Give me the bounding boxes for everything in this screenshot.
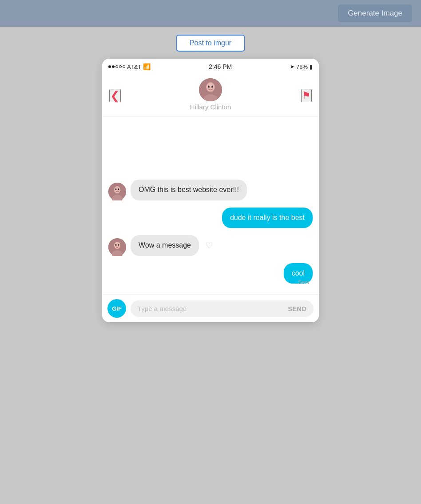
table-row: dude it really is the best [108,208,313,228]
svg-point-7 [114,186,120,193]
phone-mockup: AT&T 📶 2:46 PM ➤ 78% ▮ ❮ [102,59,319,322]
message-input-container[interactable]: Type a message SEND [131,300,314,317]
dot1 [108,65,111,68]
status-left: AT&T 📶 [108,63,151,70]
battery-icon: ▮ [310,64,313,70]
avatar-svg [199,78,222,101]
received-bubble: OMG this is best website ever!!! [131,180,247,200]
heart-icon[interactable]: ♡ [205,240,213,251]
dot2 [112,65,115,68]
top-bar: Generate Image [0,0,421,27]
location-icon: ➤ [290,64,294,70]
svg-point-15 [118,244,119,246]
dot5 [123,65,125,68]
dot4 [119,65,122,68]
post-to-imgur-button[interactable]: Post to imgur [176,35,245,52]
messages-area: OMG this is best website ever!!! dude it… [102,116,319,294]
contact-avatar [199,78,222,101]
svg-point-4 [208,86,210,88]
sent-message-group: cool Sent [108,263,313,285]
sent-bubble: dude it really is the best [222,208,313,228]
flag-button[interactable]: ⚑ [301,89,312,102]
back-button[interactable]: ❮ [109,89,121,102]
signal-dots [108,65,125,68]
svg-point-9 [115,188,117,190]
imgur-area: Post to imgur [0,27,421,59]
generate-image-button[interactable]: Generate Image [338,4,412,22]
table-row: OMG this is best website ever!!! [108,180,313,200]
msg-avatar-svg2 [108,238,126,256]
svg-point-12 [114,242,120,249]
chat-header: ❮ Hillary Clinton ⚑ [102,75,319,116]
svg-point-5 [211,86,213,88]
gif-button[interactable]: GIF [107,299,126,318]
avatar [108,238,126,256]
send-button[interactable]: SEND [288,305,306,312]
received-bubble: Wow a message [131,235,199,256]
input-bar: GIF Type a message SEND [102,294,319,322]
svg-point-10 [118,188,119,190]
contact-name: Hillary Clinton [190,103,231,111]
avatar-image [199,78,222,101]
battery-percent: 78% [296,64,308,70]
status-bar: AT&T 📶 2:46 PM ➤ 78% ▮ [102,59,319,75]
table-row: Wow a message ♡ [108,235,313,256]
svg-point-14 [115,244,117,246]
carrier-label: AT&T [127,64,141,70]
msg-avatar-svg [108,183,126,200]
status-right: ➤ 78% ▮ [290,64,313,70]
wifi-icon: 📶 [143,63,151,70]
message-input-placeholder: Type a message [138,305,187,312]
avatar [108,183,126,200]
status-time: 2:46 PM [209,63,232,70]
sent-label: Sent [108,279,313,285]
dot3 [115,65,118,68]
